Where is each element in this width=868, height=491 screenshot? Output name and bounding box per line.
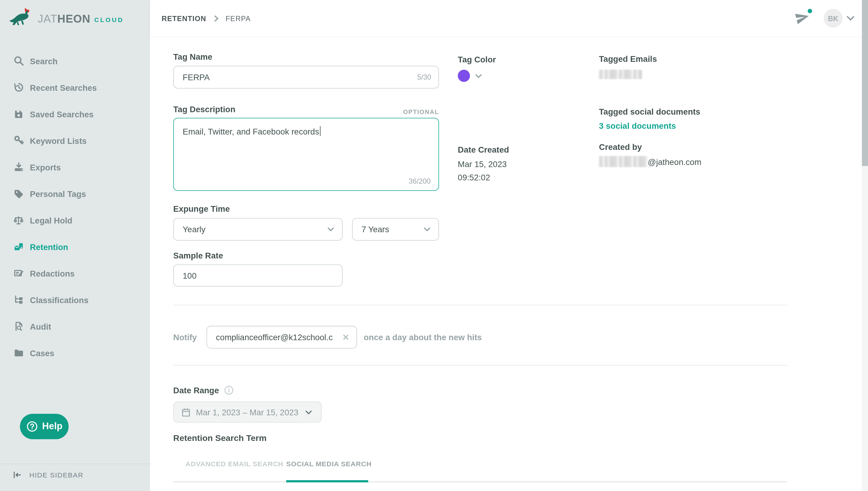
folder-icon xyxy=(13,347,24,359)
redaction-icon xyxy=(13,267,24,279)
tag-description-value: Email, Twitter, and Facebook records xyxy=(183,127,319,136)
expunge-frequency-select[interactable]: Yearly xyxy=(173,218,342,241)
fox-logo-icon xyxy=(9,7,34,31)
breadcrumb-retention[interactable]: RETENTION xyxy=(162,14,206,23)
sidebar-item-legal-hold[interactable]: Legal Hold xyxy=(0,207,150,233)
sidebar-item-retention[interactable]: Retention xyxy=(0,233,150,260)
notifications-button[interactable] xyxy=(795,10,812,27)
top-bar: RETENTION FERPA BK xyxy=(150,0,868,36)
sidebar-item-keyword-lists[interactable]: Keyword Lists xyxy=(0,127,150,154)
tag-icon xyxy=(13,188,24,200)
chevron-right-icon xyxy=(213,15,219,22)
notify-email-value: complianceofficer@k12school.c xyxy=(216,333,338,342)
breadcrumb-current-page: FERPA xyxy=(225,14,251,23)
sidebar-divider xyxy=(0,464,150,464)
tag-description-counter: 36/200 xyxy=(409,177,431,185)
date-range-label-row: Date Range xyxy=(173,385,233,395)
sidebar-item-exports[interactable]: Exports xyxy=(0,154,150,180)
date-created-time: 09:52:02 xyxy=(458,173,490,182)
sidebar-item-personal-tags[interactable]: Personal Tags xyxy=(0,180,150,207)
date-created-label: Date Created xyxy=(458,145,509,154)
tab-advanced-email-search[interactable]: ADVANCED EMAIL SEARCH xyxy=(185,460,283,468)
expunge-time-label: Expunge Time xyxy=(173,204,230,213)
account-menu-chevron-icon[interactable] xyxy=(846,16,855,21)
chevron-down-icon xyxy=(305,410,312,415)
chevron-down-icon xyxy=(423,227,431,232)
tag-name-input[interactable]: FERPA 5/30 xyxy=(173,66,439,88)
date-range-value: Mar 1, 2023 – Mar 15, 2023 xyxy=(196,407,299,417)
tab-social-media-search[interactable]: SOCIAL MEDIA SEARCH xyxy=(286,460,371,468)
optional-badge: OPTIONAL xyxy=(351,108,439,115)
audit-icon xyxy=(13,321,24,333)
tagged-social-label: Tagged social documents xyxy=(599,107,700,116)
question-circle-icon xyxy=(26,421,38,432)
search-icon xyxy=(13,55,24,67)
tagged-emails-label: Tagged Emails xyxy=(599,54,657,64)
retention-icon xyxy=(13,241,24,253)
sidebar: JATHEON CLOUD Search Recent Searches xyxy=(0,0,150,491)
date-range-label: Date Range xyxy=(173,385,219,395)
tabs-underline-track xyxy=(173,481,787,483)
help-button[interactable]: Help xyxy=(20,414,68,439)
notification-dot xyxy=(807,8,812,14)
notify-prefix-label: Notify xyxy=(173,333,197,342)
tag-name-label: Tag Name xyxy=(173,52,212,61)
tag-color-label: Tag Color xyxy=(458,55,496,64)
brand-logo: JATHEON CLOUD xyxy=(9,7,124,31)
active-tab-indicator xyxy=(286,480,368,482)
created-by-domain: @jatheon.com xyxy=(648,157,701,166)
history-icon xyxy=(13,82,24,93)
created-by-label: Created by xyxy=(599,142,642,151)
sample-rate-label: Sample Rate xyxy=(173,251,223,260)
save-icon xyxy=(13,108,24,120)
hide-sidebar-button[interactable]: HIDE SIDEBAR xyxy=(13,471,83,479)
expunge-frequency-value: Yearly xyxy=(183,225,205,234)
scales-icon xyxy=(13,214,24,226)
tag-name-counter: 5/30 xyxy=(417,73,431,81)
sample-rate-input[interactable]: 100 xyxy=(173,264,342,287)
brand-cloud-label: CLOUD xyxy=(94,16,124,23)
sidebar-item-search[interactable]: Search xyxy=(0,48,150,74)
sidebar-item-saved-searches[interactable]: Saved Searches xyxy=(0,101,150,127)
sidebar-item-classifications[interactable]: Classifications xyxy=(0,287,150,313)
avatar[interactable]: BK xyxy=(823,9,842,27)
date-created-date: Mar 15, 2023 xyxy=(458,159,507,169)
tag-description-label: Tag Description xyxy=(173,105,235,114)
retention-search-term-label: Retention Search Term xyxy=(173,433,267,443)
sidebar-item-audit[interactable]: Audit xyxy=(0,313,150,340)
section-divider xyxy=(173,365,787,366)
tag-name-value: FERPA xyxy=(183,73,417,82)
created-by-value: @jatheon.com xyxy=(599,156,701,167)
sidebar-item-recent-searches[interactable]: Recent Searches xyxy=(0,74,150,101)
scrollbar-track[interactable] xyxy=(862,0,868,491)
tag-color-select[interactable] xyxy=(458,70,482,82)
notify-email-input[interactable]: complianceofficer@k12school.c ✕ xyxy=(206,326,357,348)
chevron-down-icon xyxy=(327,227,334,232)
notify-suffix-label: once a day about the new hits xyxy=(364,333,482,342)
sample-rate-value: 100 xyxy=(183,271,335,280)
section-divider xyxy=(173,305,787,306)
info-icon[interactable] xyxy=(224,385,233,395)
tag-description-textarea[interactable]: Email, Twitter, and Facebook records 36/… xyxy=(173,118,439,191)
sidebar-item-cases[interactable]: Cases xyxy=(0,340,150,366)
download-icon xyxy=(13,161,24,173)
tagged-emails-redacted-value xyxy=(599,70,642,79)
created-by-redacted-name xyxy=(599,156,648,167)
breadcrumb: RETENTION FERPA xyxy=(162,0,251,36)
clear-icon[interactable]: ✕ xyxy=(342,332,349,342)
brand-wordmark: JATHEON xyxy=(38,12,90,25)
app-window: JATHEON CLOUD Search Recent Searches xyxy=(0,0,868,491)
tag-color-swatch xyxy=(458,70,470,82)
expunge-duration-value: 7 Years xyxy=(362,225,389,234)
text-caret xyxy=(319,126,320,136)
key-icon xyxy=(13,135,24,147)
classification-icon xyxy=(13,294,24,306)
collapse-left-icon xyxy=(13,471,22,479)
topbar-actions: BK xyxy=(795,0,855,36)
calendar-icon xyxy=(182,407,191,417)
expunge-duration-select[interactable]: 7 Years xyxy=(352,218,439,241)
scrollbar-thumb[interactable] xyxy=(862,0,868,166)
sidebar-item-redactions[interactable]: Redactions xyxy=(0,260,150,287)
social-documents-link[interactable]: 3 social documents xyxy=(599,121,676,131)
date-range-button[interactable]: Mar 1, 2023 – Mar 15, 2023 xyxy=(173,402,322,423)
